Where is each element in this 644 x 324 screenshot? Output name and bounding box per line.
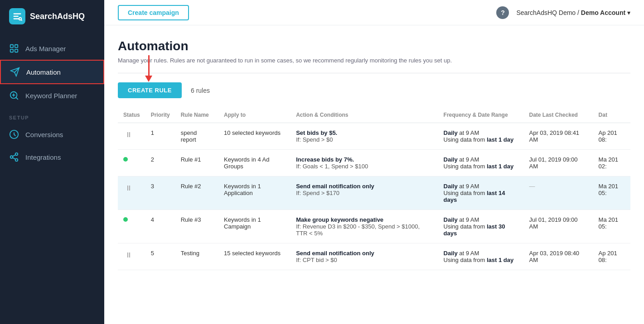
- dropdown-chevron[interactable]: ▾: [627, 9, 630, 16]
- pause-icon[interactable]: ⏸: [123, 183, 134, 194]
- date-created-cell: Ma 201 05:: [593, 176, 630, 210]
- table-row[interactable]: ⏸3Rule #2Keywords in 1 ApplicationSend e…: [118, 176, 630, 210]
- action-condition: If: Revenue D3 in $200 - $350, Spend > $…: [296, 223, 420, 237]
- svg-rect-3: [15, 45, 18, 48]
- table-header-row: Status Priority Rule Name Apply to Actio…: [118, 107, 630, 123]
- action-conditions-cell: Increase bids by 7%.If: Goals < 1, Spend…: [291, 150, 438, 176]
- sidebar-item-ads-manager[interactable]: Ads Manager: [0, 37, 104, 60]
- action-condition: If: Goals < 1, Spend > $100: [296, 163, 368, 170]
- arrow-annotation: [145, 55, 152, 82]
- help-icon[interactable]: ?: [496, 6, 509, 19]
- priority-cell: 2: [145, 150, 175, 176]
- freq-main: Daily: [444, 250, 458, 257]
- table-row[interactable]: ⏸5Testing15 selected keywordsSend email …: [118, 243, 630, 270]
- topbar-right: ? SearchAdsHQ Demo / Demo Account ▾: [496, 6, 630, 19]
- freq-data: Using data from last 1 day: [444, 257, 514, 263]
- sidebar-item-automation[interactable]: Automation: [0, 60, 104, 84]
- account-info: SearchAdsHQ Demo / Demo Account ▾: [516, 9, 630, 16]
- freq-time: at 9 AM: [459, 156, 479, 163]
- apply-to-cell: Keywords in 4 Ad Groups: [218, 150, 291, 176]
- rules-table: Status Priority Rule Name Apply to Actio…: [118, 107, 630, 270]
- sidebar: SearchAdsHQ Ads Manager Automation Keywo…: [0, 0, 104, 324]
- date-checked-cell: —: [524, 176, 593, 210]
- main-content: Create campaign ? SearchAdsHQ Demo / Dem…: [104, 0, 644, 324]
- svg-line-16: [13, 155, 15, 157]
- status-cell: [118, 210, 145, 243]
- frequency-cell: Daily at 9 AMUsing data from last 1 day: [438, 243, 524, 270]
- col-rule-name: Rule Name: [175, 107, 218, 123]
- active-icon: [123, 217, 128, 222]
- sidebar-item-keyword-planner-label: Keyword Planner: [25, 92, 77, 100]
- pause-icon[interactable]: ⏸: [123, 129, 134, 140]
- apply-to-cell: 15 selected keywords: [218, 243, 291, 270]
- create-rule-button[interactable]: CREATE RULE: [118, 82, 182, 98]
- freq-main: Daily: [444, 156, 458, 163]
- arrow-line: [148, 55, 150, 76]
- active-icon: [123, 157, 128, 162]
- frequency-cell: Daily at 9 AMUsing data from last 1 day: [438, 150, 524, 176]
- freq-main: Daily: [444, 183, 458, 190]
- freq-period: last 14 days: [444, 190, 505, 203]
- freq-time: at 9 AM: [459, 129, 479, 136]
- svg-rect-4: [10, 49, 13, 52]
- sidebar-item-integrations[interactable]: Integrations: [0, 146, 104, 168]
- action-condition: If: Spend > $0: [296, 136, 333, 143]
- date-checked-cell: Jul 01, 2019 09:00 AM: [524, 210, 593, 243]
- account-name: Demo Account: [581, 9, 625, 16]
- sidebar-item-conversions-label: Conversions: [25, 131, 63, 138]
- action-main: Make group keywords negative: [296, 216, 383, 223]
- date-created-cell: Ma 201 05:: [593, 210, 630, 243]
- freq-period: last 1 day: [487, 136, 513, 143]
- priority-cell: 1: [145, 123, 175, 150]
- svg-line-1: [21, 20, 22, 20]
- priority-cell: 4: [145, 210, 175, 243]
- freq-data: Using data from last 30 days: [444, 223, 505, 237]
- date-created-cell: Ap 201 08:: [593, 123, 630, 150]
- freq-data: Using data from last 14 days: [444, 190, 505, 203]
- freq-time: at 9 AM: [459, 183, 479, 190]
- create-campaign-button[interactable]: Create campaign: [118, 5, 189, 20]
- col-priority: Priority: [145, 107, 175, 123]
- sidebar-nav: Ads Manager Automation Keyword Planner S…: [0, 33, 104, 324]
- logo-container: SearchAdsHQ: [0, 0, 104, 33]
- freq-time: at 9 AM: [459, 216, 479, 223]
- table-row[interactable]: 4Rule #3Keywords in 1 CampaignMake group…: [118, 210, 630, 243]
- topbar: Create campaign ? SearchAdsHQ Demo / Dem…: [104, 0, 644, 25]
- date-created-cell: Ma 201 02:: [593, 150, 630, 176]
- rule-name-cell: Testing: [175, 243, 218, 270]
- sidebar-item-conversions[interactable]: Conversions: [0, 123, 104, 146]
- dash-placeholder: —: [529, 183, 535, 190]
- freq-time: at 9 AM: [459, 250, 479, 257]
- logo-icon: [9, 8, 25, 24]
- freq-main: Daily: [444, 129, 458, 136]
- svg-line-8: [16, 97, 18, 99]
- pause-icon[interactable]: ⏸: [123, 250, 134, 261]
- status-cell: ⏸: [118, 123, 145, 150]
- date-created-cell: Ap 201 08:: [593, 243, 630, 270]
- apply-to-cell: 10 selected keywords: [218, 123, 291, 150]
- svg-rect-5: [15, 49, 18, 52]
- table-row[interactable]: 2Rule #1Keywords in 4 Ad GroupsIncrease …: [118, 150, 630, 176]
- date-checked-cell: Apr 03, 2019 08:41 AM: [524, 123, 593, 150]
- col-apply-to: Apply to: [218, 107, 291, 123]
- sidebar-item-integrations-label: Integrations: [25, 153, 61, 161]
- table-row[interactable]: ⏸1spend report10 selected keywordsSet bi…: [118, 123, 630, 150]
- status-cell: ⏸: [118, 243, 145, 270]
- freq-data: Using data from last 1 day: [444, 136, 514, 143]
- sidebar-item-ads-manager-label: Ads Manager: [25, 45, 66, 52]
- action-condition: If: CPT bid > $0: [296, 257, 337, 263]
- account-demo-text: SearchAdsHQ Demo /: [516, 9, 581, 16]
- status-cell: ⏸: [118, 176, 145, 210]
- date-checked-cell: Apr 03, 2019 08:40 AM: [524, 243, 593, 270]
- col-status: Status: [118, 107, 145, 123]
- page-content: Automation Manage your rules. Rules are …: [104, 25, 644, 324]
- setup-section-label: SETUP: [0, 107, 104, 123]
- freq-main: Daily: [444, 216, 458, 223]
- action-main: Increase bids by 7%.: [296, 156, 354, 163]
- rule-name-cell: Rule #3: [175, 210, 218, 243]
- col-date-created: Dat: [593, 107, 630, 123]
- action-conditions-cell: Set bids by $5.If: Spend > $0: [291, 123, 438, 150]
- sidebar-item-keyword-planner[interactable]: Keyword Planner: [0, 84, 104, 107]
- date-checked-cell: Jul 01, 2019 09:00 AM: [524, 150, 593, 176]
- action-bar: CREATE RULE 6 rules: [118, 82, 630, 98]
